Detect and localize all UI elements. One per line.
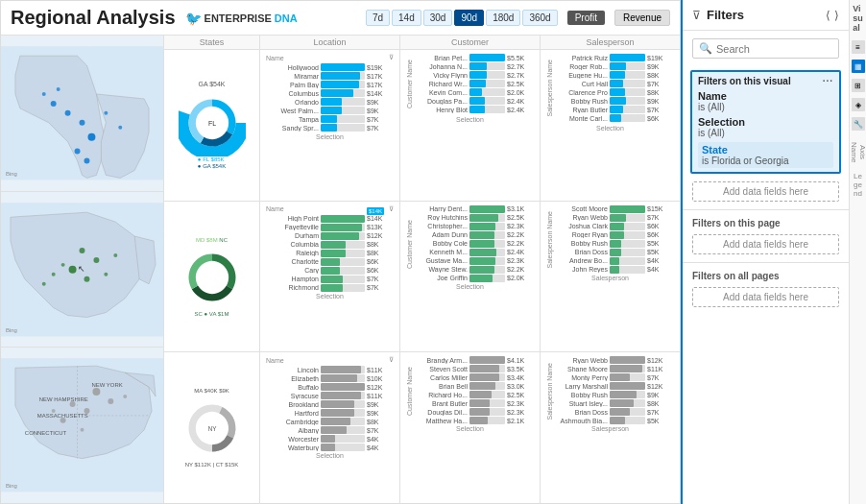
filters-back-icon[interactable]: ⟨ [826,9,830,22]
svg-text:Bing: Bing [6,484,17,490]
customer-name-label-1: Customer Name [406,60,413,108]
map-svg-3: NEW HAMPSHIRE MASSACHUSETTS CONNECTICUT … [1,348,163,503]
add-fields-visual-btn[interactable]: Add data fields here [692,181,839,202]
map-panel-3[interactable]: NEW HAMPSHIRE MASSACHUSETTS CONNECTICUT … [1,348,163,503]
svg-point-34 [81,428,84,432]
svg-point-7 [42,92,46,96]
filters-forward-icon[interactable]: ⟩ [834,9,839,22]
donut-2[interactable]: MD $8M NC SC ● VA $1M [164,202,260,352]
time-btn-90d[interactable]: 90d [454,10,484,26]
svg-text:NEW YORK: NEW YORK [91,382,122,388]
filter-selection-item: Selection is (All) [698,116,833,138]
logo-enterprise: ENTERPRISE [204,12,272,24]
axis-label: AxisName [850,142,867,162]
filter-name-value: is (All) [698,102,833,112]
svg-text:Bing: Bing [6,171,17,177]
salesperson-name-label-1: Salesperson Name [546,60,553,117]
revenue-button[interactable]: Revenue [614,10,670,26]
location-selection-label-2: Selection [266,293,394,300]
salesperson-selection-label-3: Salesperson [546,425,674,432]
filters-on-visual-label: Filters on this visual [698,76,791,86]
svg-point-28 [108,398,113,404]
time-btn-14d[interactable]: 14d [392,10,421,26]
filter-state-value: is Florida or Georgia [702,156,830,166]
vis-icon-2[interactable]: ▦ [852,60,865,73]
filters-panel: ⊽ Filters ⟨ ⟩ 🔍 Filters on this visual ·… [681,0,849,504]
svg-text:MASSACHUSETTS: MASSACHUSETTS [37,413,88,419]
donut-chart-2 [179,244,246,311]
location-bars-2: High Point$14K $14K Fayetteville$13K Dur… [266,215,394,292]
vis-icon-1[interactable]: ≡ [852,40,865,54]
donut-label-1: GA $54K [198,81,225,87]
salesperson-name-label-2: Salesperson Name [546,211,553,269]
svg-point-5 [75,149,81,155]
time-btn-7d[interactable]: 7d [366,10,390,26]
customer-selection-label-3: Selection [406,425,534,432]
svg-point-6 [84,158,89,164]
salesperson-section-1: Salesperson Name Patrick Ruiz$19K Roger … [541,50,680,201]
donut-1[interactable]: GA $54K FL ● FL $85K ● GA $54 [164,50,260,201]
location-section-1: Name ⊽ Hollywood$19K Miramar$17K Palm Ba… [260,50,400,201]
customer-name-label-2: Customer Name [406,220,413,269]
vis-panel: Visual ≡ ▦ ⊞ ◈ 🔧 AxisName Legend [849,0,866,504]
map-panel-1[interactable]: Bing [1,36,163,192]
enterprise-logo: 🐦 ENTERPRISE DNA [185,11,298,26]
filter-name-label: Name [698,90,833,102]
time-button-group: 7d 14d 30d 90d 180d 360d [366,10,558,26]
salesperson-bars-inner-2: Scott Moore$15K Ryan Webb$7K Joshua Clar… [555,205,674,275]
donut-chart-1: FL [179,89,246,156]
salesperson-bars-inner-1: Patrick Ruiz$19K Roger Rob...$9K Eugene … [555,54,674,123]
filters-on-all-pages-label: Filters on all pages [683,267,849,283]
profit-button[interactable]: Profit [567,11,605,25]
svg-text:FL: FL [207,120,215,127]
salesperson-section-3: Salesperson Name Ryan Webb$12K Shane Moo… [541,352,680,503]
donut-legend-2: MD $8M NC [196,237,228,243]
customer-filter-row-2: Customer Name Harry Dent...$3.1K Roy Hut… [406,205,534,283]
search-box[interactable]: 🔍 [692,38,839,59]
data-row-1: GA $54K FL ● FL $85K ● GA $54 [164,50,680,202]
filter-icon-2[interactable]: ⊽ [389,205,394,213]
filter-name-item: Name is (All) [698,90,833,112]
time-btn-30d[interactable]: 30d [423,10,453,26]
add-fields-page-btn[interactable]: Add data fields here [692,234,839,254]
svg-text:↖: ↖ [78,263,85,273]
svg-point-16 [84,276,89,281]
customer-bars-inner-3: Brandy Arm...$4.1K Steven Scott$3.5K Car… [415,356,534,425]
map-panel-2[interactable]: ↖ Bing [1,192,163,348]
filters-visual-dots[interactable]: ··· [823,76,833,86]
customer-selection-label-1: Selection [406,116,534,123]
data-row-3: MA $40K $9K NY NY $112K | CT $15K [164,352,680,503]
svg-point-4 [87,133,95,141]
svg-point-14 [93,257,99,263]
filter-divider-2 [683,262,849,263]
filters-on-visual-title: Filters on this visual ··· [698,76,833,86]
filters-title: Filters [707,8,820,22]
svg-point-33 [123,395,127,398]
name-label-3: Name [266,357,284,364]
svg-point-15 [69,266,77,274]
svg-point-10 [118,126,122,130]
add-fields-all-btn[interactable]: Add data fields here [692,287,839,307]
svg-point-43 [197,262,228,293]
customer-filter-row-1: Customer Name Brian Pet...$5.5K Johanna … [406,54,534,114]
salesperson-section-2: Salesperson Name Scott Moore$15K Ryan We… [541,202,680,352]
donut-3[interactable]: MA $40K $9K NY NY $112K | CT $15K [164,352,260,503]
report-body: Bing [1,36,680,503]
search-input[interactable] [716,43,849,55]
filter-icon-1[interactable]: ⊽ [389,54,394,61]
location-section-3: Name ⊽ Lincoln$11K Elizabeth$10K Buffalo… [260,352,400,503]
salesperson-filter-row-1: Salesperson Name Patrick Ruiz$19K Roger … [546,54,674,123]
states-header: States [164,36,260,49]
location-bars-3: Lincoln$11K Elizabeth$10K Buffalo$12K Sy… [266,366,394,451]
vis-label: Visual [853,4,863,33]
filter-icon-3[interactable]: ⊽ [389,356,394,364]
svg-point-13 [80,248,85,253]
time-btn-180d[interactable]: 180d [486,10,520,26]
time-btn-360d[interactable]: 360d [522,10,557,26]
customer-bars-inner-2: Harry Dent...$3.1K Roy Hutchins$2.5K Chr… [415,205,534,283]
vis-icon-3[interactable]: ⊞ [852,79,865,92]
vis-icon-5[interactable]: 🔧 [852,117,865,131]
filters-header: ⊽ Filters ⟨ ⟩ [683,0,849,31]
vis-icon-4[interactable]: ◈ [852,98,865,111]
svg-point-19 [104,272,108,276]
